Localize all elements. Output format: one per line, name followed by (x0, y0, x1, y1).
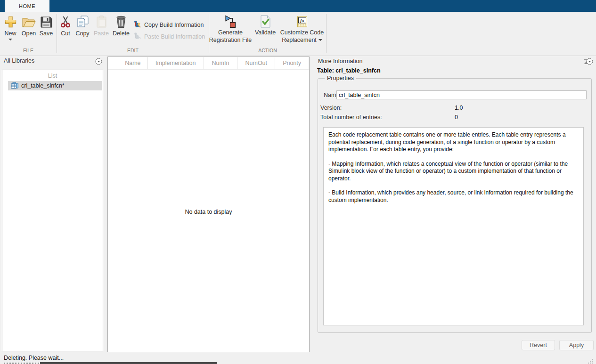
total-entries-value: 0 (455, 114, 458, 121)
file-group-label: FILE (0, 48, 57, 53)
customize-code-replacement-icon: fx (296, 14, 308, 28)
open-icon (22, 14, 36, 28)
delete-button-label: Delete (113, 30, 130, 37)
save-icon (40, 14, 52, 28)
list-item-label: crl_table_sinfcn* (21, 82, 65, 89)
tab-home[interactable]: HOME (5, 0, 49, 12)
customize-code-replacement-label-line2: Replacement (282, 37, 317, 43)
copy-button[interactable]: Copy (73, 14, 91, 37)
new-button-label: New (4, 30, 16, 37)
column-header-implementation[interactable]: Implementation (148, 57, 204, 69)
status-message: Deleting. Please wait... (4, 355, 64, 361)
description-paragraph: - Build Information, which provides any … (328, 189, 579, 204)
version-label: Version: (320, 105, 342, 111)
paste-button-label: Paste (94, 30, 109, 37)
customize-menu-caret[interactable] (318, 39, 322, 41)
validate-button-label: Validate (255, 29, 276, 36)
cut-icon (60, 14, 71, 28)
list-item-crl-table-sinfcn[interactable]: crl_table_sinfcn* (8, 81, 102, 90)
open-button[interactable]: Open (20, 14, 38, 37)
table-heading: Table: crl_table_sinfcn (317, 67, 381, 74)
generate-registration-file-icon (224, 14, 237, 28)
properties-groupbox: Properties Name: Version: 1.0 Total numb… (318, 78, 592, 333)
generate-registration-file-button[interactable]: Generate Registration File (210, 14, 251, 43)
copy-button-label: Copy (75, 30, 89, 37)
new-icon (4, 14, 17, 28)
generate-registration-file-label-line2: Registration File (209, 37, 252, 43)
column-header-gutter (108, 57, 118, 69)
version-value: 1.0 (455, 105, 463, 111)
validate-icon (260, 14, 271, 28)
description-paragraph: Each code replacement table contains one… (328, 131, 579, 154)
entries-table-header: Name Implementation NumIn NumOut Priorit… (108, 57, 309, 70)
toolbar: New Open (0, 12, 596, 56)
paste-build-information-label: Paste Build Information (144, 33, 205, 40)
empty-table-message: No data to display (108, 209, 309, 215)
customize-code-replacement-label-line1: Customize Code (280, 29, 324, 36)
svg-text:fx: fx (300, 18, 304, 23)
paste-build-information-icon (133, 32, 141, 42)
edit-group-label: EDIT (57, 48, 209, 53)
validate-button[interactable]: Validate (253, 14, 277, 36)
customize-code-replacement-button[interactable]: fx Customize Code Replacement (279, 14, 325, 43)
revert-button[interactable]: Revert (522, 340, 555, 350)
new-menu-caret[interactable] (8, 39, 12, 40)
column-header-name[interactable]: Name (118, 57, 148, 69)
paste-button[interactable]: Paste (92, 14, 110, 37)
copy-build-information-label: Copy Build Information (144, 22, 204, 28)
apply-button[interactable]: Apply (559, 340, 594, 350)
code-replacement-tool-window: HOME New Open (0, 0, 596, 364)
paste-icon (96, 14, 107, 28)
properties-legend: Properties (325, 75, 356, 81)
table-name-input[interactable] (336, 90, 587, 99)
delete-button[interactable]: Delete (111, 14, 131, 37)
copy-build-information-icon (133, 20, 141, 30)
more-information-menu-icon[interactable] (586, 58, 593, 65)
action-group-label: ACTION (209, 48, 326, 53)
ribbon-tabstrip: HOME (0, 0, 596, 12)
save-button[interactable]: Save (38, 14, 55, 37)
more-information-title: More Information (318, 58, 362, 65)
cut-button[interactable]: Cut (58, 14, 73, 37)
column-header-numin[interactable]: NumIn (204, 57, 238, 69)
column-header-priority[interactable]: Priority (275, 57, 309, 69)
libraries-listbox[interactable]: List crl_table_sinfcn* (2, 70, 103, 351)
all-libraries-title: All Libraries (4, 57, 34, 64)
column-header-numout[interactable]: NumOut (237, 57, 275, 69)
delete-icon (115, 14, 127, 28)
total-entries-label: Total number of entries: (320, 114, 382, 121)
group-separator (326, 14, 327, 53)
entries-table[interactable]: Name Implementation NumIn NumOut Priorit… (107, 57, 310, 352)
resize-grip-icon[interactable] (588, 357, 593, 364)
paste-build-information-button[interactable]: Paste Build Information (133, 32, 205, 41)
copy-build-information-button[interactable]: Copy Build Information (133, 21, 204, 29)
background-window-edge (40, 362, 217, 364)
open-button-label: Open (22, 30, 36, 37)
generate-registration-file-label-line1: Generate (218, 29, 243, 36)
copy-icon (76, 14, 89, 28)
all-libraries-menu-icon[interactable] (95, 58, 102, 65)
list-column-header: List (2, 70, 103, 81)
description-paragraph: - Mapping Information, which relates a c… (328, 161, 579, 183)
save-button-label: Save (40, 30, 53, 37)
new-button[interactable]: New (2, 14, 19, 40)
table-description: Each code replacement table contains one… (323, 127, 584, 325)
cut-button-label: Cut (61, 30, 70, 37)
library-icon (11, 82, 18, 90)
